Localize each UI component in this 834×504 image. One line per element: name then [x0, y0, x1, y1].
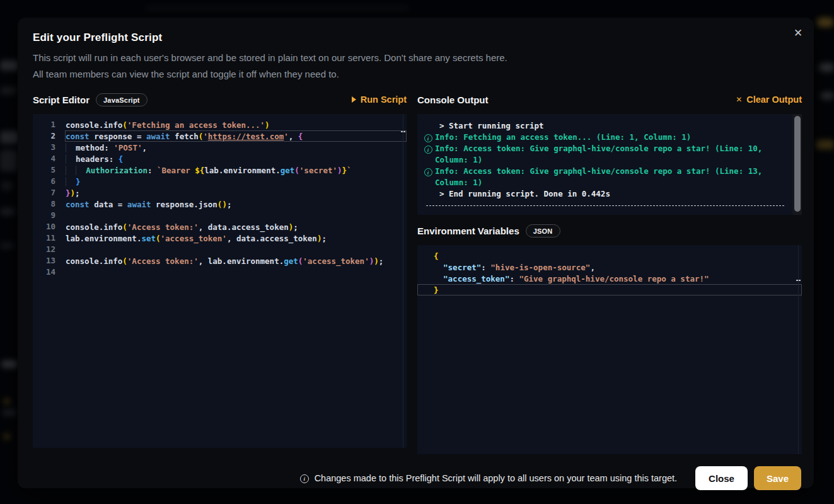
- code-line: }: [417, 284, 802, 295]
- code-line: const response = await fetch('https://te…: [65, 130, 407, 142]
- console-icon-spacer: [421, 188, 435, 200]
- editor-code[interactable]: console.info('Fetching an access token..…: [65, 119, 407, 448]
- script-editor-label: Script Editor: [33, 94, 90, 105]
- code-line: console.info('Fetching an access token..…: [65, 119, 407, 130]
- close-icon[interactable]: ✕: [791, 26, 805, 40]
- preflight-script-modal: ✕ Edit your Preflight Script This script…: [18, 18, 814, 488]
- overview-ruler-mark: [401, 131, 405, 132]
- console-icon-spacer: [421, 120, 435, 132]
- code-line: Authorization: `Bearer ${lab.environment…: [65, 164, 407, 176]
- code-line: console.info('Access token:', lab.enviro…: [65, 255, 407, 266]
- code-line: }: [65, 176, 407, 187]
- code-line: headers: {: [65, 153, 407, 164]
- code-line: "access_token": "Give graphql-hive/conso…: [417, 273, 802, 284]
- run-script-label: Run Script: [361, 94, 407, 105]
- modal-description: This script will run in each user's brow…: [33, 50, 802, 83]
- info-icon: i: [300, 474, 309, 483]
- clear-icon: ✕: [736, 96, 742, 103]
- console-row: iInfo: Access token: Give graphql-hive/c…: [421, 143, 785, 166]
- console-text: Info: Access token: Give graphql-hive/co…: [435, 166, 785, 188]
- line-number: 11: [33, 232, 55, 244]
- console-scrollbar-thumb[interactable]: [794, 116, 801, 212]
- line-number: 10: [33, 221, 55, 232]
- line-number: 3: [33, 142, 55, 153]
- code-line: [65, 244, 407, 255]
- console-scrollbar-track: [792, 114, 802, 215]
- code-line: const data = await response.json();: [65, 198, 407, 210]
- editor-gutter: 1234567891011121314: [33, 119, 65, 448]
- code-line: [65, 266, 407, 278]
- line-number: 1: [33, 119, 55, 130]
- code-line: console.info('Access token:', data.acces…: [65, 221, 407, 232]
- code-line: method: 'POST',: [65, 142, 407, 153]
- line-number: 14: [33, 266, 55, 278]
- environment-variables-editor[interactable]: { "secret": "hive-is-open-source", "acce…: [417, 245, 802, 454]
- environment-variables-label: Environment Variables: [417, 226, 519, 236]
- json-badge: JSON: [526, 224, 560, 238]
- console-text: > Start running script: [435, 120, 785, 132]
- console-row: iInfo: Access token: Give graphql-hive/c…: [421, 166, 785, 188]
- console-output-label: Console Output: [417, 94, 489, 105]
- clear-output-label: Clear Output: [746, 94, 802, 105]
- code-line: lab.environment.set('access_token', data…: [65, 232, 407, 244]
- line-number: 12: [33, 244, 55, 255]
- close-button[interactable]: Close: [695, 466, 748, 490]
- line-number: 2: [33, 130, 55, 142]
- console-row: > Start running script: [421, 120, 785, 132]
- code-line: [65, 210, 407, 221]
- run-script-button[interactable]: Run Script: [352, 94, 407, 105]
- console-text: Info: Fetching an access token... (Line:…: [435, 132, 785, 143]
- script-editor[interactable]: 1234567891011121314 console.info('Fetchi…: [33, 114, 407, 448]
- clear-output-button[interactable]: ✕ Clear Output: [736, 94, 802, 105]
- console-separator: [426, 205, 784, 206]
- save-button[interactable]: Save: [754, 466, 801, 490]
- footer-notice: i Changes made to this Preflight Script …: [300, 473, 677, 483]
- line-number: 9: [33, 210, 55, 221]
- line-number: 8: [33, 198, 55, 210]
- page-title: Edit your Preflight Script: [33, 32, 802, 44]
- line-number: 4: [33, 153, 55, 164]
- console-row: iInfo: Fetching an access token... (Line…: [421, 132, 785, 143]
- code-line: "secret": "hive-is-open-source",: [417, 261, 802, 273]
- console-row: > End running script. Done in 0.442s: [421, 188, 785, 200]
- console-text: Info: Access token: Give graphql-hive/co…: [435, 143, 785, 166]
- info-icon: i: [421, 143, 435, 166]
- line-number: 6: [33, 176, 55, 187]
- description-line-2: All team members can view the script and…: [33, 66, 802, 83]
- description-line-1: This script will run in each user's brow…: [33, 50, 802, 66]
- code-line: {: [417, 250, 802, 261]
- info-icon: i: [421, 166, 435, 188]
- info-icon: i: [421, 132, 435, 143]
- line-number: 7: [33, 187, 55, 198]
- footer-notice-text: Changes made to this Preflight Script wi…: [315, 473, 677, 483]
- javascript-badge: JavaScript: [96, 93, 148, 106]
- line-number: 5: [33, 164, 55, 176]
- console-output-panel[interactable]: > Start running scriptiInfo: Fetching an…: [417, 114, 802, 215]
- console-text: > End running script. Done in 0.442s: [435, 188, 785, 200]
- env-overview-ruler-mark: [796, 280, 801, 281]
- modal-footer: i Changes made to this Preflight Script …: [33, 458, 802, 498]
- code-line: });: [65, 187, 407, 198]
- line-number: 13: [33, 255, 55, 266]
- play-icon: [352, 96, 356, 103]
